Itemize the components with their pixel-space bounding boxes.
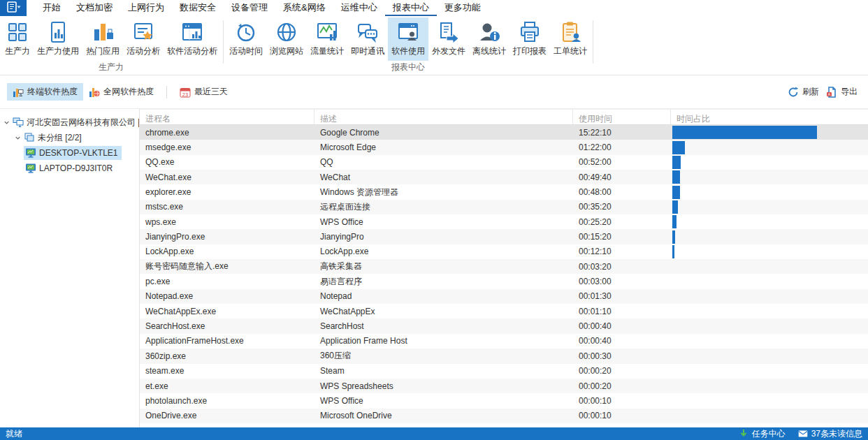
process-cell: photolaunch.exe (140, 396, 314, 406)
ribbon-button[interactable]: 打印报表 (509, 17, 550, 61)
table-row[interactable]: chrome.exeGoogle Chrome15:22:10 (140, 125, 868, 140)
tree-item[interactable]: 未分组 [2/2] (0, 130, 139, 145)
ribbon-button-label: 软件使用 (391, 45, 425, 57)
toolbar-button[interactable]: 全网软件热度 (83, 83, 159, 101)
software-usage-table: 进程名描述使用时间时间占比 chrome.exeGoogle Chrome15:… (140, 109, 868, 427)
ribbon-button-label: 生产力使用 (37, 45, 79, 57)
toolbar-button-label: 全网软件热度 (103, 86, 154, 98)
column-header[interactable]: 时间占比 (671, 110, 868, 124)
table-row[interactable]: et.exeWPS Spreadsheets00:00:20 (140, 379, 868, 393)
table-row[interactable]: QQ.exeQQ00:52:00 (140, 155, 868, 170)
menu-tab[interactable]: 系统&网络 (275, 0, 333, 16)
menu-tab[interactable]: 更多功能 (437, 0, 489, 16)
tree-item[interactable]: DESKTOP-VLKTLE1 (0, 145, 139, 161)
time-ratio-bar (672, 230, 675, 244)
ribbon-button[interactable]: 生产力使用 (34, 17, 82, 61)
time-cell: 00:01:10 (573, 307, 671, 316)
time-ratio-cell (671, 245, 868, 258)
table-row[interactable]: SearchHost.exeSearchHost00:00:40 (140, 318, 868, 333)
process-cell: 账号密码随意输入.exe (140, 261, 314, 272)
table-row[interactable]: WeChatAppEx.exeWeChatAppEx00:01:10 (140, 304, 868, 318)
grid-icon (6, 21, 29, 43)
menu-tab[interactable]: 运维中心 (333, 0, 385, 16)
toolbar-button[interactable]: A导出 (823, 83, 861, 101)
table-row[interactable]: wps.exeWPS Office00:25:20 (140, 214, 868, 229)
status-item-label: 37条未读信息 (811, 428, 862, 440)
tree-item-label: 河北安固云网络科技有限公司 [2/2] (27, 117, 140, 129)
table-row[interactable]: LockApp.exeLockApp.exe00:12:10 (140, 244, 868, 259)
table-row[interactable]: Notepad.exeNotepad00:01:30 (140, 289, 868, 304)
menu-tab[interactable]: 文档加密 (68, 0, 120, 16)
ribbon-button[interactable]: 热门应用 (82, 17, 123, 61)
menu-tabs: 开始文档加密上网行为数据安全设备管理系统&网络运维中心报表中心更多功能 (35, 0, 489, 16)
menu-bar: 开始文档加密上网行为数据安全设备管理系统&网络运维中心报表中心更多功能 (0, 0, 868, 16)
ribbon-group-label: 报表中心 (226, 61, 591, 75)
ribbon-button[interactable]: 生产力 (1, 17, 34, 61)
ribbon-button[interactable]: 浏览网站 (266, 17, 307, 61)
ribbon-button[interactable]: 离线统计 (469, 17, 509, 61)
tree-item[interactable]: 河北安固云网络科技有限公司 [2/2] (0, 115, 139, 130)
table-row[interactable]: OneDrive.exeMicrosoft OneDrive00:00:10 (140, 409, 868, 423)
view-toolbar-left: 终端软件热度全网软件热度23最近三天 (7, 83, 233, 101)
time-ratio-bar (672, 126, 817, 139)
process-cell: QQ.exe (140, 157, 314, 167)
time-ratio-cell (671, 126, 868, 139)
process-cell: LockApp.exe (140, 247, 314, 256)
menu-tab[interactable]: 开始 (35, 0, 68, 16)
column-header[interactable]: 使用时间 (573, 110, 671, 124)
table-row[interactable]: msedge.exeMicrosoft Edge01:22:00 (140, 140, 868, 154)
table-row[interactable]: WeChat.exeWeChat00:49:40 (140, 170, 868, 184)
printer-icon (519, 21, 541, 43)
table-row[interactable]: JianyingPro.exeJianyingPro00:15:20 (140, 229, 868, 244)
app-menu-button[interactable] (0, 0, 27, 16)
tree-item[interactable]: LAPTOP-D9J3IT0R (0, 161, 139, 176)
menu-tab[interactable]: 数据安全 (172, 0, 224, 16)
table-row[interactable]: 360zip.exe360压缩00:00:30 (140, 349, 868, 363)
table-row[interactable]: photolaunch.exeWPS Office00:00:10 (140, 393, 868, 408)
description-cell: Microsoft OneDrive (314, 411, 573, 420)
ribbon-button-label: 流量统计 (310, 45, 344, 57)
doc-chart-icon (47, 21, 69, 43)
menu-tab[interactable]: 报表中心 (385, 0, 437, 16)
clipboard-user-icon (559, 21, 581, 43)
ribbon-button-label: 热门应用 (86, 45, 120, 57)
table-row[interactable]: 账号密码随意输入.exe高铁采集器00:03:20 (140, 259, 868, 274)
description-cell: WPS Spreadsheets (314, 381, 573, 391)
status-item[interactable]: 37条未读信息 (798, 428, 862, 440)
toolbar-button[interactable]: 刷新 (784, 83, 823, 101)
tree-item-label: LAPTOP-D9J3IT0R (39, 163, 113, 173)
toolbar-button[interactable]: 终端软件热度 (7, 83, 83, 101)
time-cell: 00:00:40 (573, 336, 671, 346)
ribbon-button[interactable]: 活动分析 (123, 17, 164, 61)
status-item[interactable]: 任务中心 (739, 428, 786, 440)
table-row[interactable]: steam.exeSteam00:00:20 (140, 364, 868, 379)
table-header-row: 进程名描述使用时间时间占比 (140, 109, 868, 125)
ribbon-button[interactable]: 即时通讯 (347, 17, 388, 61)
process-cell: steam.exe (140, 366, 314, 376)
time-cell: 00:00:30 (573, 351, 671, 361)
time-ratio-cell (671, 186, 868, 199)
toolbar-button[interactable]: 23最近三天 (174, 83, 233, 101)
table-row[interactable]: mstsc.exe远程桌面连接00:35:20 (140, 200, 868, 214)
ribbon-button[interactable]: 工单统计 (550, 17, 591, 61)
ribbon-button[interactable]: 外发文件 (428, 17, 469, 61)
column-header[interactable]: 描述 (314, 110, 573, 124)
table-row[interactable]: pc.exe易语言程序00:03:00 (140, 274, 868, 288)
menu-tab[interactable]: 设备管理 (224, 0, 275, 16)
process-cell: pc.exe (140, 277, 314, 286)
table-row[interactable]: ApplicationFrameHost.exeApplication Fram… (140, 334, 868, 349)
process-cell: mstsc.exe (140, 202, 314, 212)
description-cell: WPS Office (314, 217, 573, 227)
ribbon-button[interactable]: 软件使用 (388, 17, 428, 61)
description-cell: 远程桌面连接 (314, 201, 573, 213)
time-ratio-cell (671, 141, 868, 154)
table-body: chrome.exeGoogle Chrome15:22:10msedge.ex… (140, 125, 868, 423)
menu-tab[interactable]: 上网行为 (120, 0, 172, 16)
ribbon-button[interactable]: 流量统计 (307, 17, 347, 61)
time-ratio-bar (672, 200, 678, 214)
ribbon-button[interactable]: 软件活动分析 (164, 17, 221, 61)
time-cell: 00:03:00 (573, 277, 671, 286)
table-row[interactable]: explorer.exeWindows 资源管理器00:48:00 (140, 184, 868, 199)
column-header[interactable]: 进程名 (140, 110, 314, 124)
ribbon-button[interactable]: 活动时间 (226, 17, 266, 61)
